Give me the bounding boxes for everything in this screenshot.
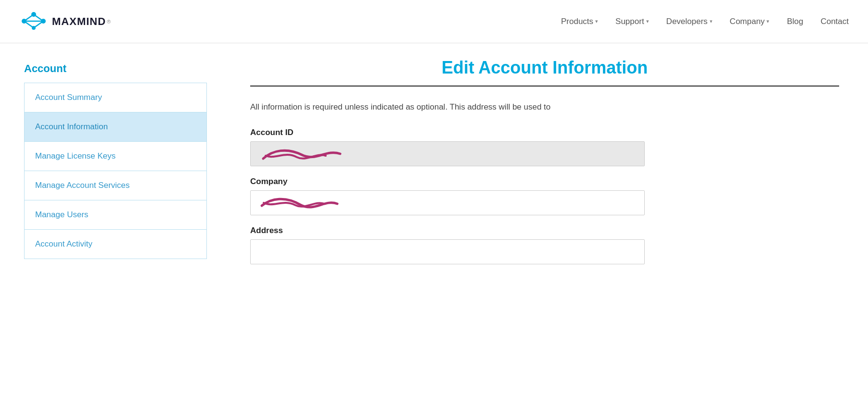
sidebar-item-account-activity[interactable]: Account Activity bbox=[25, 230, 206, 259]
nav-developers-chevron: ▾ bbox=[710, 18, 713, 25]
logo-icon bbox=[19, 11, 48, 32]
sidebar: Account Account Summary Account Informat… bbox=[0, 43, 221, 396]
page-title: Edit Account Information bbox=[250, 58, 839, 78]
main-content: Edit Account Information All information… bbox=[221, 43, 868, 396]
svg-line-5 bbox=[34, 14, 43, 21]
company-label: Company bbox=[250, 177, 645, 186]
main-nav: Products ▾ Support ▾ Developers ▾ Compan… bbox=[561, 17, 849, 26]
sidebar-nav: Account Summary Account Information Mana… bbox=[24, 83, 207, 259]
nav-developers[interactable]: Developers ▾ bbox=[666, 17, 713, 26]
nav-blog[interactable]: Blog bbox=[787, 17, 803, 26]
nav-blog-label: Blog bbox=[787, 17, 803, 26]
nav-contact[interactable]: Contact bbox=[820, 17, 849, 26]
svg-line-4 bbox=[24, 14, 34, 21]
nav-support-label: Support bbox=[615, 17, 644, 26]
svg-line-7 bbox=[34, 21, 43, 28]
nav-company-label: Company bbox=[730, 17, 765, 26]
sidebar-item-manage-users[interactable]: Manage Users bbox=[25, 200, 206, 230]
site-header: MAXMIND ® Products ▾ Support ▾ Developer… bbox=[0, 0, 868, 43]
nav-support[interactable]: Support ▾ bbox=[615, 17, 649, 26]
nav-products-label: Products bbox=[561, 17, 593, 26]
address-label: Address bbox=[250, 226, 645, 235]
logo-registered: ® bbox=[107, 19, 111, 25]
account-id-label: Account ID bbox=[250, 128, 645, 137]
logo-area[interactable]: MAXMIND ® bbox=[19, 11, 111, 32]
nav-company[interactable]: Company ▾ bbox=[730, 17, 770, 26]
form-section: Account ID Company Address bbox=[250, 128, 645, 275]
sidebar-section-title: Account bbox=[24, 62, 207, 75]
info-text: All information is required unless indic… bbox=[250, 101, 839, 113]
svg-line-6 bbox=[24, 21, 34, 28]
account-id-field bbox=[250, 141, 645, 166]
nav-products-chevron: ▾ bbox=[595, 18, 598, 25]
account-id-redaction bbox=[258, 145, 355, 162]
sidebar-item-account-summary[interactable]: Account Summary bbox=[25, 83, 206, 112]
sidebar-item-manage-license-keys[interactable]: Manage License Keys bbox=[25, 142, 206, 171]
nav-company-chevron: ▾ bbox=[766, 18, 769, 25]
nav-developers-label: Developers bbox=[666, 17, 708, 26]
sidebar-item-account-information[interactable]: Account Information bbox=[25, 112, 206, 142]
company-input[interactable] bbox=[250, 190, 645, 215]
main-layout: Account Account Summary Account Informat… bbox=[0, 43, 868, 396]
address-input[interactable] bbox=[250, 239, 645, 264]
sidebar-item-manage-account-services[interactable]: Manage Account Services bbox=[25, 171, 206, 200]
nav-products[interactable]: Products ▾ bbox=[561, 17, 598, 26]
nav-contact-label: Contact bbox=[820, 17, 849, 26]
page-title-divider bbox=[250, 86, 839, 87]
logo-text: MAXMIND bbox=[52, 15, 106, 28]
nav-support-chevron: ▾ bbox=[646, 18, 649, 25]
